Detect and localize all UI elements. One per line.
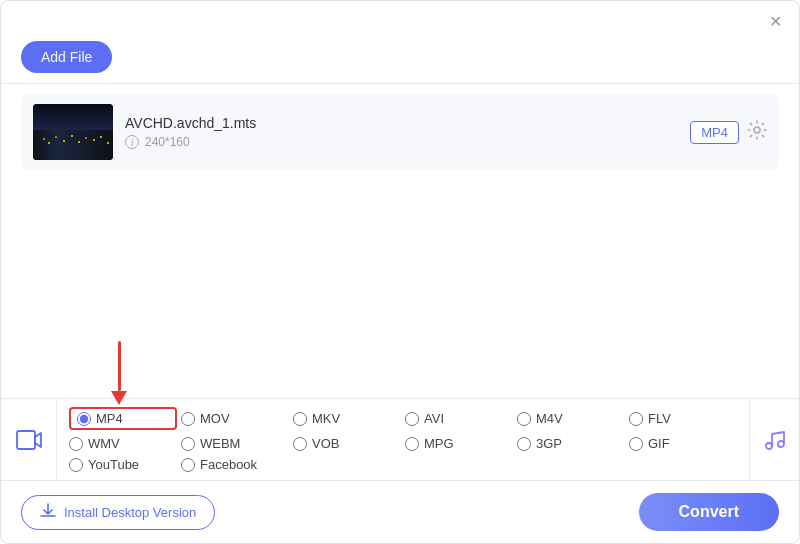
format-option-m4v[interactable]: M4V [517, 411, 625, 426]
format-option-3gp[interactable]: 3GP [517, 436, 625, 451]
file-info: AVCHD.avchd_1.mts i 240*160 [125, 115, 678, 149]
format-label-mkv: MKV [312, 411, 340, 426]
format-option-mpg[interactable]: MPG [405, 436, 513, 451]
install-label: Install Desktop Version [64, 505, 196, 520]
convert-button[interactable]: Convert [639, 493, 779, 531]
info-icon: i [125, 135, 139, 149]
format-label-youtube: YouTube [88, 457, 139, 472]
format-option-mkv[interactable]: MKV [293, 411, 401, 426]
format-label-mov: MOV [200, 411, 230, 426]
file-meta: i 240*160 [125, 135, 678, 149]
title-bar: ✕ [1, 1, 799, 35]
format-label-vob: VOB [312, 436, 339, 451]
format-label-avi: AVI [424, 411, 444, 426]
install-desktop-button[interactable]: Install Desktop Version [21, 495, 215, 530]
svg-point-0 [754, 127, 760, 133]
file-name: AVCHD.avchd_1.mts [125, 115, 678, 131]
format-option-flv[interactable]: FLV [629, 411, 737, 426]
format-option-mp4[interactable]: MP4 [69, 407, 177, 430]
format-label-gif: GIF [648, 436, 670, 451]
format-badge[interactable]: MP4 [690, 121, 739, 144]
format-tabs: MP4 MOV MKV AVI M4V [1, 399, 799, 480]
format-label-3gp: 3GP [536, 436, 562, 451]
arrow-line [118, 341, 121, 391]
format-option-avi[interactable]: AVI [405, 411, 513, 426]
format-area: MP4 MOV MKV AVI M4V [1, 398, 799, 480]
arrow-head [111, 391, 127, 405]
format-options-grid: MP4 MOV MKV AVI M4V [57, 399, 749, 480]
audio-format-tab[interactable] [749, 399, 799, 480]
settings-icon[interactable] [747, 120, 767, 145]
add-file-button[interactable]: Add File [21, 41, 112, 73]
format-label-mpg: MPG [424, 436, 454, 451]
format-option-facebook[interactable]: Facebook [181, 457, 289, 472]
toolbar: Add File [1, 35, 799, 83]
format-label-mp4: MP4 [96, 411, 123, 426]
format-option-mov[interactable]: MOV [181, 411, 289, 426]
svg-rect-1 [17, 431, 35, 449]
main-window: ✕ Add File [0, 0, 800, 544]
format-option-youtube[interactable]: YouTube [69, 457, 177, 472]
format-label-facebook: Facebook [200, 457, 257, 472]
file-actions: MP4 [690, 120, 767, 145]
format-label-webm: WEBM [200, 436, 240, 451]
arrow-annotation [111, 341, 127, 405]
format-label-flv: FLV [648, 411, 671, 426]
bottom-bar: Install Desktop Version Convert [1, 480, 799, 543]
format-option-gif[interactable]: GIF [629, 436, 737, 451]
format-option-webm[interactable]: WEBM [181, 436, 289, 451]
close-button[interactable]: ✕ [765, 11, 785, 31]
video-format-tab[interactable] [1, 399, 57, 480]
download-icon [40, 503, 56, 522]
file-item: AVCHD.avchd_1.mts i 240*160 MP4 [21, 94, 779, 170]
format-option-vob[interactable]: VOB [293, 436, 401, 451]
format-label-wmv: WMV [88, 436, 120, 451]
file-resolution: 240*160 [145, 135, 190, 149]
svg-point-2 [766, 443, 772, 449]
file-thumbnail [33, 104, 113, 160]
format-label-m4v: M4V [536, 411, 563, 426]
format-option-wmv[interactable]: WMV [69, 436, 177, 451]
